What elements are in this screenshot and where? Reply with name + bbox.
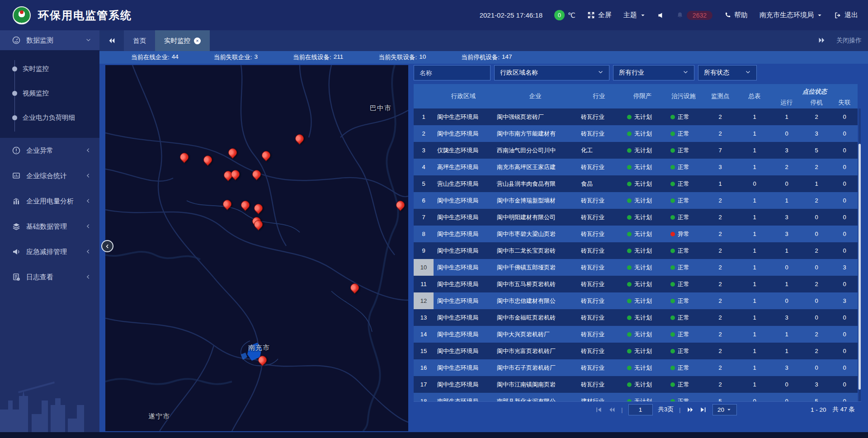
map-panel[interactable]: 巴中市南充市遂宁市 bbox=[105, 65, 408, 431]
table-row[interactable]: 18南部生态环境局南部县新化水泥有限公建材行业无计划正常50050 bbox=[414, 393, 858, 401]
table-row[interactable]: 4高坪生态环境局南充市高坪区王家店建砖瓦行业无计划正常31220 bbox=[414, 159, 858, 175]
first-page-button[interactable] bbox=[595, 406, 603, 414]
cell-stop: 2 bbox=[802, 331, 831, 338]
table-row[interactable]: 11阆中生态环境局阆中市五马桥页岩机砖砖瓦行业无计划正常21120 bbox=[414, 276, 858, 292]
table-row[interactable]: 2阆中生态环境局阆中市南方节能建材有砖瓦行业无计划正常21030 bbox=[414, 125, 858, 142]
cell-limit-status: 无计划 bbox=[621, 247, 664, 255]
tab-realtime-label: 实时监控 bbox=[164, 37, 190, 45]
table-row[interactable]: 15阆中生态环境局阆中市光富页岩机砖厂砖瓦行业无计划正常21120 bbox=[414, 343, 858, 359]
row-index: 2 bbox=[414, 125, 434, 142]
sidebar-item-基础数据管理[interactable]: 基础数据管理 bbox=[0, 214, 99, 239]
cell-facility-status: 正常 bbox=[664, 247, 703, 255]
row-index: 1 bbox=[414, 108, 434, 125]
table-row[interactable]: 10阆中生态环境局阆中千佛镇五郎垭页岩砖瓦行业无计划正常21003 bbox=[414, 259, 858, 276]
cell-company: 南部县新化水泥有限公 bbox=[493, 397, 577, 402]
sidebar-item-应急减排管理[interactable]: 应急减排管理 bbox=[0, 239, 99, 264]
tab-home[interactable]: 首页 bbox=[124, 30, 155, 51]
table-row[interactable]: 17阆中生态环境局阆中市江南镇阆南页岩砖瓦行业无计划正常21030 bbox=[414, 376, 858, 393]
next-page-button[interactable] bbox=[686, 406, 693, 414]
sidebar-item-企业综合统计[interactable]: 企业综合统计 bbox=[0, 163, 99, 188]
row-index: 16 bbox=[414, 359, 434, 376]
cell-meter: 1 bbox=[737, 364, 772, 371]
cell-run: 1 bbox=[772, 281, 802, 287]
table-row[interactable]: 8阆中生态环境局阆中市枣碧大梁山页岩砖瓦行业无计划异常21300 bbox=[414, 226, 858, 242]
name-input[interactable] bbox=[420, 69, 485, 76]
cell-lost: 3 bbox=[831, 297, 858, 304]
tab-realtime-monitor[interactable]: 实时监控 × bbox=[155, 30, 210, 51]
name-search-input[interactable] bbox=[414, 65, 491, 80]
cell-stop: 2 bbox=[802, 247, 831, 254]
temperature-unit: ℃ bbox=[568, 11, 576, 19]
close-operations-button[interactable]: 关闭操作 bbox=[836, 37, 862, 45]
temperature-badge: 0 ℃ bbox=[554, 10, 576, 20]
stat-item: 当前在线企业:44 bbox=[131, 53, 179, 61]
sidebar-item-label: 基础数据管理 bbox=[26, 222, 67, 231]
cell-meter: 1 bbox=[737, 113, 772, 120]
logout-button[interactable]: 退出 bbox=[834, 11, 858, 19]
status-dot-icon bbox=[627, 382, 632, 387]
enterprise-panel: 行政区域名称 所有行业 所有状态 行政区域 企业 行业 停限产 治污设施 bbox=[414, 65, 861, 431]
sidebar-item-企业异常[interactable]: 企业异常 bbox=[0, 138, 99, 163]
status-dot-icon bbox=[670, 232, 675, 236]
table-row[interactable]: 6阆中生态环境局阆中市金博瑞新型墙材砖瓦行业无计划正常21120 bbox=[414, 192, 858, 209]
status-select[interactable]: 所有状态 bbox=[698, 65, 757, 80]
tabs-scroll-right-button[interactable] bbox=[817, 36, 826, 46]
industry-select[interactable]: 所有行业 bbox=[613, 65, 694, 80]
cell-facility-status: 正常 bbox=[664, 347, 703, 355]
page-size-value: 20 bbox=[717, 406, 724, 413]
region-select-value: 行政区域名称 bbox=[500, 69, 538, 77]
cell-limit-status: 无计划 bbox=[621, 230, 664, 238]
cell-run: 2 bbox=[772, 164, 802, 170]
status-dot-icon bbox=[670, 198, 675, 203]
cell-limit-status: 无计划 bbox=[621, 163, 664, 171]
sidebar-subitem-企业电力负荷明细[interactable]: 企业电力负荷明细 bbox=[0, 105, 99, 130]
collapse-map-button[interactable] bbox=[101, 240, 113, 252]
cell-region: 阆中生态环境局 bbox=[434, 364, 493, 372]
row-index: 10 bbox=[414, 259, 434, 276]
sidebar-item-日志查看[interactable]: 日志查看 bbox=[0, 264, 99, 290]
table-row[interactable]: 14阆中生态环境局阆中大兴页岩机砖厂砖瓦行业无计划正常21120 bbox=[414, 326, 858, 343]
org-menu[interactable]: 南充市生态环境局 bbox=[760, 11, 822, 19]
sidebar-item-数据监测[interactable]: 数据监测 bbox=[0, 30, 99, 50]
cell-points: 2 bbox=[703, 247, 737, 254]
table-row[interactable]: 1阆中生态环境局阆中强锐页岩砖厂砖瓦行业无计划正常21120 bbox=[414, 108, 858, 125]
table-row[interactable]: 9阆中生态环境局阆中市二龙长宝页岩砖砖瓦行业无计划正常21120 bbox=[414, 242, 858, 259]
tab-close-icon[interactable]: × bbox=[194, 38, 201, 44]
cell-facility-status: 正常 bbox=[664, 163, 703, 171]
page-number-input[interactable]: 1 bbox=[628, 404, 652, 415]
cell-facility-status: 正常 bbox=[664, 314, 703, 322]
sidebar-subitem-实时监控[interactable]: 实时监控 bbox=[0, 57, 99, 81]
cell-points: 2 bbox=[703, 214, 737, 221]
region-select[interactable]: 行政区域名称 bbox=[494, 65, 609, 80]
table-row[interactable]: 16阆中生态环境局阆中市石子页岩机砖厂砖瓦行业无计划正常21300 bbox=[414, 359, 858, 376]
status-dot-icon bbox=[670, 249, 675, 253]
cell-limit-status: 无计划 bbox=[621, 280, 664, 288]
sidebar-subitem-label: 企业电力负荷明细 bbox=[23, 113, 75, 122]
table-row[interactable]: 3仪陇生态环境局西南油气田分公司川中化工无计划正常71350 bbox=[414, 142, 858, 159]
status-dot-icon bbox=[670, 299, 675, 303]
fullscreen-button[interactable]: 全屏 bbox=[587, 11, 612, 19]
mute-button[interactable] bbox=[657, 12, 665, 19]
content-area: 巴中市南充市遂宁市 行政区域名称 所有行业 所有状态 bbox=[99, 64, 868, 432]
tabs-scroll-left-button[interactable] bbox=[99, 30, 124, 51]
status-dot-icon bbox=[670, 165, 675, 170]
sidebar-subitem-视频监控[interactable]: 视频监控 bbox=[0, 81, 99, 105]
table-row[interactable]: 7阆中生态环境局阆中明阳建材有限公司砖瓦行业无计划正常21300 bbox=[414, 209, 858, 226]
help-button[interactable]: 帮助 bbox=[724, 11, 748, 19]
row-index: 5 bbox=[414, 175, 434, 192]
previous-page-button[interactable] bbox=[608, 406, 616, 414]
chevron-down-icon bbox=[817, 13, 822, 18]
last-page-button[interactable] bbox=[699, 406, 707, 414]
cell-industry: 砖瓦行业 bbox=[577, 364, 621, 372]
page-size-select[interactable]: 20 bbox=[712, 404, 736, 415]
sidebar-item-企业用电量分析[interactable]: 企业用电量分析 bbox=[0, 188, 99, 214]
cell-company: 阆中明阳建材有限公司 bbox=[493, 213, 577, 221]
table-row[interactable]: 13阆中生态环境局阆中市金福旺页岩机砖砖瓦行业无计划正常21300 bbox=[414, 309, 858, 326]
stat-item: 当前停机设备:147 bbox=[461, 53, 512, 61]
notification-area[interactable]: 2632 bbox=[676, 11, 712, 20]
table-row[interactable]: 12阆中生态环境局阆中市忠信建材有限公砖瓦行业无计划正常21003 bbox=[414, 292, 858, 309]
table-scrollbar[interactable] bbox=[859, 108, 861, 401]
theme-menu[interactable]: 主题 bbox=[623, 11, 646, 19]
table-row[interactable]: 5营山生态环境局营山县润丰肉食品有限食品无计划正常10010 bbox=[414, 175, 858, 192]
cell-company: 阆中市枣碧大梁山页岩 bbox=[493, 230, 577, 238]
